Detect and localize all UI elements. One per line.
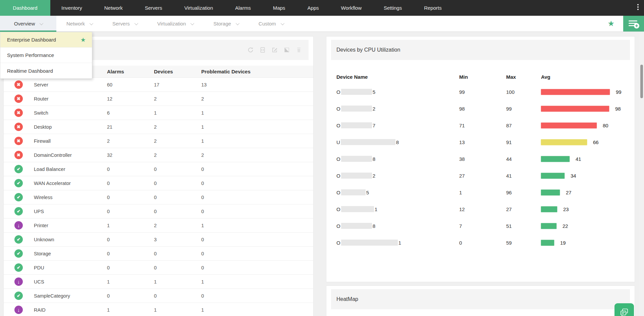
category-row[interactable]: Load Balancer 0 0 0 [4,162,313,176]
category-row[interactable]: Firewall 2 2 1 [4,134,313,148]
category-name[interactable]: Storage [34,251,107,256]
category-name[interactable]: Printer [34,223,107,228]
category-row[interactable]: PDU 0 0 0 [4,261,313,275]
top-nav-item[interactable]: Alarms [224,0,262,16]
device-name[interactable]: O 5 [336,189,459,195]
device-name[interactable]: O 1 [336,240,459,246]
device-name-suffix: 1 [398,240,401,246]
top-nav-item[interactable]: Servers [134,0,173,16]
device-name[interactable]: O 8 [336,223,459,229]
heatmap-widget: HeatMap [326,286,635,316]
device-name[interactable]: O 5 [336,89,459,95]
alarms-count: 60 [107,82,154,87]
category-row[interactable]: Printer 1 2 1 [4,218,313,233]
device-name[interactable]: O 8 [336,156,459,162]
alarms-count: 0 [107,237,154,242]
edit-icon[interactable] [272,47,278,53]
dashboard-tab[interactable]: Virtualization [147,16,204,31]
avg-bar [541,206,557,212]
avg-cell: 34 [541,173,635,179]
category-row[interactable]: Unknown 0 3 0 [4,233,313,247]
device-name-suffix: 8 [396,139,399,145]
category-name[interactable]: Load Balancer [34,167,107,172]
devices-count: 0 [154,265,201,270]
top-nav-item[interactable]: Network [93,0,134,16]
star-icon[interactable]: ★ [599,16,623,31]
category-row[interactable]: Router 12 2 2 [4,92,313,106]
category-name[interactable]: WAN Accelerator [34,181,107,186]
category-row[interactable]: DomainController 32 2 2 [4,148,313,162]
category-name[interactable]: UPS [34,209,107,214]
dashboard-tab[interactable]: Servers [102,16,147,31]
category-row[interactable]: UCS 1 1 1 [4,275,313,289]
category-name[interactable]: Server [34,82,107,87]
top-nav-item[interactable]: Virtualization [173,0,224,16]
device-name[interactable]: O 7 [336,122,459,128]
top-nav-item-label: Servers [145,5,162,11]
top-nav-item[interactable]: Maps [262,0,297,16]
alarms-count: 12 [107,96,154,102]
device-name-redaction [341,106,372,112]
avg-bar [541,223,556,229]
device-name-prefix: O [336,106,340,112]
problematic-devices-count: 0 [201,251,313,256]
kebab-menu-icon[interactable] [637,4,639,10]
devices-count: 0 [154,209,201,214]
category-name[interactable]: Desktop [34,124,107,130]
devices-count: 3 [154,237,201,242]
category-row[interactable]: Storage 0 0 0 [4,247,313,261]
cpu-row: O 7 71 87 80 [326,117,635,134]
top-nav-item[interactable]: Dashboard [0,0,50,16]
category-name[interactable]: PDU [34,265,107,270]
category-row[interactable]: RAID 1 1 1 [4,303,313,316]
category-name[interactable]: DomainController [34,152,107,158]
device-name[interactable]: O 2 [336,106,459,112]
column-header-min: Min [459,74,506,80]
top-nav-item[interactable]: Settings [373,0,413,16]
category-row[interactable]: WAN Accelerator 0 0 0 [4,176,313,190]
device-name[interactable]: U 8 [336,139,459,145]
device-name-suffix: 2 [373,106,375,112]
top-nav-item[interactable]: Inventory [50,0,93,16]
category-row[interactable]: Server 60 17 13 [4,78,313,92]
device-name[interactable]: O 2 [336,173,459,179]
min-value: 98 [459,106,506,112]
problematic-devices-count: 1 [201,138,313,144]
dashboard-menu-item[interactable]: System Performance ★ [0,48,92,63]
column-header-device-name: Device Name [336,74,459,80]
vertical-scrollbar[interactable] [639,32,644,316]
top-nav-item[interactable]: Reports [413,0,453,16]
dashboard-menu-item[interactable]: Enterprise Dashboard ★ [0,32,92,48]
category-row[interactable]: Switch 6 1 1 [4,106,313,120]
view-data-icon[interactable] [260,47,266,53]
scrollbar-thumb[interactable] [640,65,643,98]
category-row[interactable]: Desktop 21 2 1 [4,120,313,134]
device-name[interactable]: O 1 [336,206,459,212]
column-header-problematic-devices: Problematic Devices [201,69,313,74]
category-row[interactable]: SampleCategory 0 0 0 [4,289,313,303]
dashboard-tab[interactable]: Storage [203,16,249,31]
top-nav-item[interactable]: Workflow [330,0,373,16]
category-name[interactable]: Unknown [34,237,107,242]
category-row[interactable]: UPS 0 0 0 [4,204,313,218]
category-name[interactable]: RAID [34,307,107,313]
add-dashboard-button[interactable] [623,16,644,31]
dashboard-tab[interactable]: Network [56,16,102,31]
dashboard-menu-item[interactable]: Realtime Dashboard ★ [0,63,92,78]
refresh-icon[interactable] [248,47,254,53]
chat-button[interactable] [614,303,634,316]
category-name[interactable]: Firewall [34,138,107,144]
category-name[interactable]: Router [34,96,107,102]
category-name[interactable]: Switch [34,110,107,116]
category-name[interactable]: Wireless [34,195,107,200]
category-row[interactable]: Wireless 0 0 0 [4,190,313,204]
dashboard-tab[interactable]: Custom [249,16,293,31]
top-nav-item[interactable]: Apps [296,0,330,16]
status-icon [14,292,23,300]
chevron-down-icon [236,21,239,25]
delete-icon[interactable] [296,47,302,53]
dashboard-tab[interactable]: Overview [0,16,56,31]
publish-icon[interactable] [284,47,290,53]
category-name[interactable]: SampleCategory [34,293,107,299]
category-name[interactable]: UCS [34,279,107,285]
